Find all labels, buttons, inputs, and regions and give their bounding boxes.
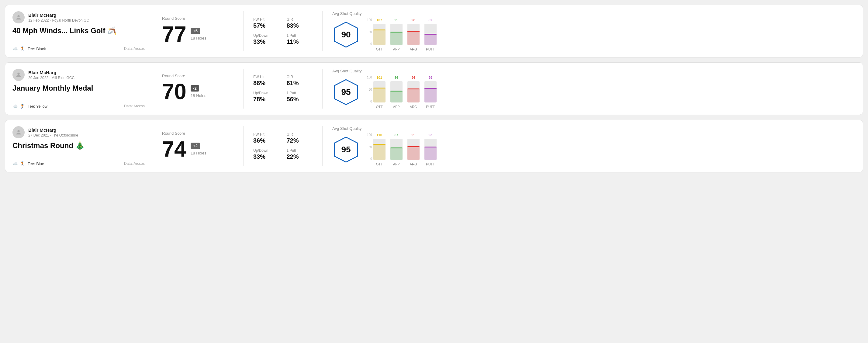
bar-fill-line-putt — [425, 147, 437, 148]
oneputt-label-3: 1 Putt — [287, 148, 313, 153]
bottom-row-2: ☁️ 🏌️ Tee: Yellow Data: Arccos — [12, 104, 145, 108]
score-label-2: Round Score — [162, 73, 234, 78]
bar-wrapper-putt — [425, 81, 437, 102]
score-row-1: 77 +5 18 Holes — [162, 23, 234, 45]
bar-group-app: 87 APP — [391, 133, 403, 166]
bar-group-putt: 82 PUTT — [425, 18, 437, 51]
bar-fill-bg-arg — [407, 146, 420, 160]
bar-fill-bg-putt — [425, 34, 437, 45]
svg-point-0 — [17, 15, 20, 17]
weather-icon-2: ☁️ — [12, 104, 18, 108]
bar-value-app: 87 — [395, 133, 398, 137]
bar-wrapper-arg — [407, 139, 420, 160]
bar-fill-line-putt — [425, 34, 437, 35]
bar-wrapper-arg — [407, 24, 420, 45]
bar-label-putt: PUTT — [426, 105, 435, 108]
gir-label-1: GIR — [287, 17, 313, 22]
updown-stat-2: Up/Down 78% — [253, 91, 279, 103]
bar-value-arg: 98 — [412, 18, 415, 22]
weather-icon-3: ☁️ — [12, 161, 18, 166]
user-name-3: Blair McHarg — [28, 127, 78, 132]
bar-label-ott: OTT — [376, 48, 383, 51]
bar-group-arg: 98 ARG — [407, 18, 420, 51]
hexagon-container-1: 90 — [332, 21, 360, 48]
bar-label-putt: PUTT — [426, 48, 435, 51]
weather-icon-1: ☁️ — [12, 46, 18, 51]
quality-row-1: 90 100 50 0 107 OTT — [332, 18, 856, 51]
round-title-1: 40 Mph Winds... Links Golf 🪃 — [12, 27, 145, 35]
data-source-2: Data: Arccos — [124, 104, 145, 108]
left-section-1: Blair McHarg 12 Feb 2022 · Royal North D… — [12, 11, 152, 51]
bar-fill-bg-putt — [425, 88, 437, 102]
user-row-3: Blair McHarg 27 Dec 2021 · The Oxfordshi… — [12, 126, 145, 138]
hexagon-3: 95 — [332, 136, 360, 163]
bar-wrapper-arg — [407, 81, 420, 102]
hexagon-1: 90 — [332, 21, 360, 48]
updown-stat-1: Up/Down 33% — [253, 33, 279, 45]
holes-label-2: 18 Holes — [191, 93, 206, 98]
bar-fill-bg-ott — [373, 88, 385, 102]
hexagon-2: 95 — [332, 79, 360, 106]
score-section-1: Round Score 77 +5 18 Holes — [152, 11, 244, 51]
fw-hit-value-2: 86% — [253, 80, 279, 87]
quality-label-1: Avg Shot Quality — [332, 11, 856, 16]
fw-hit-label-2: FW Hit — [253, 75, 279, 79]
updown-label-2: Up/Down — [253, 91, 279, 95]
fw-hit-stat-3: FW Hit 36% — [253, 132, 279, 144]
bar-fill-bg-app — [391, 32, 403, 45]
left-section-2: Blair McHarg 29 Jan 2022 · Mill Ride GCC… — [12, 69, 152, 108]
bar-value-app: 95 — [395, 18, 398, 22]
y-axis: 100 50 0 — [367, 133, 372, 166]
chart-area-2: 100 50 0 101 OTT 86 APP — [367, 76, 856, 108]
bar-label-putt: PUTT — [426, 162, 435, 166]
oneputt-value-2: 56% — [287, 96, 313, 103]
score-badge-1: +5 — [191, 28, 200, 34]
bar-value-putt: 82 — [429, 18, 432, 22]
bar-group-putt: 93 PUTT — [425, 133, 437, 166]
y-min: 0 — [370, 100, 372, 103]
bar-chart-container: 100 50 0 110 OTT 87 APP — [367, 133, 856, 166]
big-score-3: 74 — [162, 138, 186, 160]
stats-grid-3: FW Hit 36% GIR 72% Up/Down 33% 1 Putt 22… — [253, 132, 313, 160]
bar-group-arg: 95 ARG — [407, 133, 420, 166]
bar-group-app: 86 APP — [391, 76, 403, 108]
updown-value-3: 33% — [253, 153, 279, 160]
stats-section-1: FW Hit 57% GIR 83% Up/Down 33% 1 Putt 11… — [244, 11, 322, 51]
svg-point-4 — [17, 130, 20, 132]
date-venue-2: 29 Jan 2022 · Mill Ride GCC — [28, 76, 74, 80]
bar-fill-line-ott — [373, 30, 385, 30]
oneputt-label-1: 1 Putt — [287, 33, 313, 38]
round-card-2: Blair McHarg 29 Jan 2022 · Mill Ride GCC… — [5, 62, 863, 115]
fw-hit-value-3: 36% — [253, 137, 279, 144]
user-name-2: Blair McHarg — [28, 70, 74, 75]
bar-label-ott: OTT — [376, 162, 383, 166]
score-label-1: Round Score — [162, 16, 234, 21]
bar-label-ott: OTT — [376, 105, 383, 108]
bar-fill-bg-arg — [407, 89, 420, 102]
score-row-3: 74 +2 18 Holes — [162, 138, 234, 160]
bottom-row-3: ☁️ 🏌️ Tee: Blue Data: Arccos — [12, 161, 145, 166]
bar-label-app: APP — [393, 162, 400, 166]
bar-label-arg: ARG — [410, 162, 417, 166]
bar-label-arg: ARG — [410, 48, 417, 51]
bar-wrapper-app — [391, 24, 403, 45]
gir-label-2: GIR — [287, 75, 313, 79]
fw-hit-label-3: FW Hit — [253, 132, 279, 136]
quality-section-1: Avg Shot Quality 90 100 50 0 — [322, 11, 856, 51]
gir-value-3: 72% — [287, 137, 313, 144]
avatar-3 — [12, 126, 25, 138]
bar-group-putt: 99 PUTT — [425, 76, 437, 108]
bar-fill-line-arg — [407, 146, 420, 147]
data-source-1: Data: Arccos — [124, 46, 145, 51]
score-section-3: Round Score 74 +2 18 Holes — [152, 126, 244, 166]
stats-section-3: FW Hit 36% GIR 72% Up/Down 33% 1 Putt 22… — [244, 126, 322, 166]
bar-value-arg: 96 — [412, 76, 415, 80]
left-section-3: Blair McHarg 27 Dec 2021 · The Oxfordshi… — [12, 126, 152, 166]
updown-label-3: Up/Down — [253, 148, 279, 153]
bar-fill-line-arg — [407, 31, 420, 32]
fw-hit-stat-1: FW Hit 57% — [253, 17, 279, 29]
gir-stat-3: GIR 72% — [287, 132, 313, 144]
bar-value-ott: 107 — [377, 18, 382, 22]
y-mid: 50 — [369, 30, 372, 34]
quality-row-3: 95 100 50 0 110 OTT — [332, 133, 856, 166]
